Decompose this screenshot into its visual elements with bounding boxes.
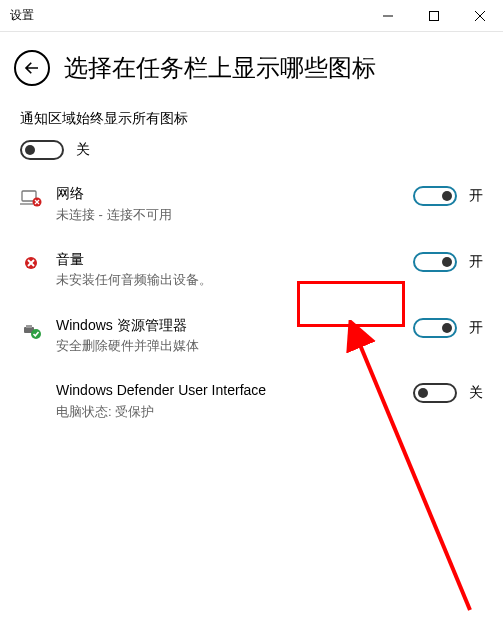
master-toggle[interactable]	[20, 140, 64, 160]
minimize-icon	[383, 11, 393, 21]
master-toggle-state: 关	[76, 141, 90, 159]
close-button[interactable]	[457, 0, 503, 32]
item-toggle-wrap: 关	[413, 383, 483, 403]
item-desc: 未连接 - 连接不可用	[56, 206, 405, 224]
list-item: Windows Defender User Interface 电脑状态: 受保…	[20, 381, 483, 421]
title-bar: 设置	[0, 0, 503, 32]
item-title: Windows Defender User Interface	[56, 381, 405, 401]
item-title: 网络	[56, 184, 405, 204]
list-item: 网络 未连接 - 连接不可用 开	[20, 184, 483, 224]
svg-rect-13	[26, 325, 32, 328]
item-toggle-wrap: 开	[413, 252, 483, 272]
page-header: 选择在任务栏上显示哪些图标	[0, 32, 503, 104]
item-desc: 安全删除硬件并弹出媒体	[56, 337, 405, 355]
network-toggle[interactable]	[413, 186, 457, 206]
maximize-button[interactable]	[411, 0, 457, 32]
list-item: 音量 未安装任何音频输出设备。 开	[20, 250, 483, 290]
content-area: 通知区域始终显示所有图标 关 网络 未连接 - 连接不可用 开	[0, 110, 503, 421]
volume-toggle[interactable]	[413, 252, 457, 272]
toggle-state-label: 开	[469, 253, 483, 271]
item-toggle-wrap: 开	[413, 186, 483, 206]
maximize-icon	[429, 11, 439, 21]
item-text: Windows 资源管理器 安全删除硬件并弹出媒体	[56, 316, 405, 356]
window-title: 设置	[0, 7, 365, 24]
explorer-icon	[20, 318, 42, 340]
master-toggle-row: 关	[20, 140, 483, 160]
explorer-toggle[interactable]	[413, 318, 457, 338]
list-item: Windows 资源管理器 安全删除硬件并弹出媒体 开	[20, 316, 483, 356]
svg-rect-1	[430, 11, 439, 20]
item-text: 网络 未连接 - 连接不可用	[56, 184, 405, 224]
network-error-icon	[20, 186, 42, 208]
item-text: Windows Defender User Interface 电脑状态: 受保…	[56, 381, 405, 421]
item-desc: 电脑状态: 受保护	[56, 403, 405, 421]
item-title: 音量	[56, 250, 405, 270]
minimize-button[interactable]	[365, 0, 411, 32]
toggle-state-label: 开	[469, 187, 483, 205]
item-desc: 未安装任何音频输出设备。	[56, 271, 405, 289]
toggle-state-label: 关	[469, 384, 483, 402]
item-title: Windows 资源管理器	[56, 316, 405, 336]
page-title: 选择在任务栏上显示哪些图标	[64, 52, 376, 84]
defender-toggle[interactable]	[413, 383, 457, 403]
item-toggle-wrap: 开	[413, 318, 483, 338]
item-text: 音量 未安装任何音频输出设备。	[56, 250, 405, 290]
defender-icon	[20, 383, 42, 405]
back-button[interactable]	[14, 50, 50, 86]
arrow-left-icon	[23, 59, 41, 77]
master-toggle-label: 通知区域始终显示所有图标	[20, 110, 483, 128]
volume-error-icon	[20, 252, 42, 274]
close-icon	[475, 11, 485, 21]
toggle-state-label: 开	[469, 319, 483, 337]
